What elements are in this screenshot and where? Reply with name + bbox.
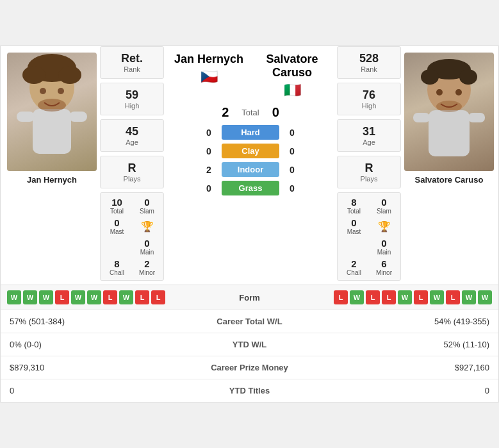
trophy-cell-right2	[340, 238, 368, 256]
right-mast-cell: 0 Mast	[340, 217, 368, 235]
right-minor-label: Minor	[376, 269, 392, 276]
left-chall-value: 8	[114, 258, 119, 269]
left-high-box: 59 High	[100, 83, 164, 115]
table-row: 0% (0-0) YTD W/L 52% (11-10)	[1, 333, 498, 356]
svg-point-19	[436, 101, 462, 112]
left-mast-value: 0	[114, 217, 119, 228]
right-clay-score: 0	[286, 146, 299, 156]
right-age-value: 31	[340, 125, 398, 138]
right-chall-cell: 2 Chall	[340, 258, 368, 276]
form-badge-right: W	[462, 290, 476, 304]
trophy-icon-right: 🏆	[378, 220, 391, 233]
left-player-photo	[7, 53, 97, 171]
form-badge-left: L	[55, 290, 69, 304]
right-total-value: 8	[351, 197, 356, 208]
right-main-cell: 0 Main	[370, 238, 398, 256]
left-minor-label: Minor	[139, 269, 155, 276]
right-indoor-score: 0	[286, 165, 299, 175]
form-badge-right: W	[398, 290, 412, 304]
svg-point-17	[436, 89, 443, 95]
left-rank-label: Rank	[103, 65, 161, 73]
right-mast-value: 0	[351, 217, 356, 228]
right-stats-grid: 8 Total 0 Slam 0 Mast 🏆 0 Main	[337, 192, 401, 281]
right-high-box: 76 High	[337, 83, 401, 115]
total-score-row: 2 Total 0	[222, 105, 279, 120]
form-badge-right: L	[382, 290, 396, 304]
total-label: Total	[241, 108, 259, 117]
form-badge-right: W	[430, 290, 444, 304]
svg-point-9	[38, 99, 66, 112]
trophy-icon-left: 🏆	[141, 220, 154, 233]
form-badge-left: L	[151, 290, 165, 304]
left-player-name: Jan Hernych	[27, 175, 77, 185]
stat-center: Career Total W/L	[165, 310, 334, 333]
form-badge-left: L	[135, 290, 149, 304]
center-col: Jan Hernych 🇨🇿 Salvatore Caruso 🇮🇹 2 Tot…	[167, 46, 334, 285]
left-total-label: Total	[110, 208, 124, 215]
form-badge-left: W	[119, 290, 133, 304]
indoor-badge: Indoor	[222, 162, 279, 177]
svg-point-13	[459, 69, 477, 85]
form-badge-left: W	[23, 290, 37, 304]
right-plays-box: R Plays	[337, 156, 401, 188]
left-high-value: 59	[103, 88, 161, 102]
surface-indoor: 2 Indoor 0	[167, 162, 334, 177]
left-age-box: 45 Age	[100, 119, 164, 152]
stat-center: YTD W/L	[165, 333, 334, 356]
left-minor-cell: 2 Minor	[133, 258, 161, 276]
right-name-block: Salvatore Caruso 🇮🇹	[250, 53, 334, 99]
top-section: Jan Hernych Ret. Rank 59 High 45 Age R P…	[1, 46, 498, 285]
left-age-value: 45	[103, 125, 161, 138]
left-minor-value: 2	[144, 258, 149, 269]
right-stats-col: 528 Rank 76 High 31 Age R Plays 8 Total	[334, 46, 404, 285]
stat-left: 0	[1, 379, 165, 402]
right-plays-value: R	[340, 162, 398, 175]
right-slam-value: 0	[381, 197, 386, 208]
right-hard-score: 0	[286, 128, 299, 138]
left-plays-box: R Plays	[100, 156, 164, 188]
right-slam-label: Slam	[377, 208, 391, 215]
table-row: 57% (501-384) Career Total W/L 54% (419-…	[1, 310, 498, 333]
left-chall-cell: 8 Chall	[103, 258, 131, 276]
svg-point-8	[58, 88, 64, 94]
right-player-photo	[404, 53, 494, 171]
form-badge-left: L	[103, 290, 117, 304]
svg-rect-4	[33, 109, 71, 154]
form-badge-left: W	[71, 290, 85, 304]
hard-badge: Hard	[222, 125, 279, 140]
left-age-label: Age	[103, 138, 161, 146]
svg-rect-6	[69, 112, 87, 122]
left-plays-value: R	[103, 162, 161, 175]
left-total-cell: 10 Total	[103, 197, 131, 215]
right-form-badges: LWLLWLWLWW	[291, 290, 493, 304]
stat-right: 52% (11-10)	[334, 333, 498, 356]
form-badge-right: L	[334, 290, 348, 304]
form-badge-right: L	[446, 290, 460, 304]
left-rank-value: Ret.	[103, 52, 161, 65]
right-total-cell: 8 Total	[340, 197, 368, 215]
left-silhouette	[7, 53, 97, 171]
form-badge-right: W	[350, 290, 364, 304]
left-mast-cell: 0 Mast	[103, 217, 131, 235]
left-slam-cell: 0 Slam	[133, 197, 161, 215]
trophy-cell-left: 🏆	[133, 217, 161, 235]
left-total-score: 2	[222, 105, 229, 120]
form-label: Form	[211, 293, 288, 303]
table-row: 0 YTD Titles 0	[1, 379, 498, 402]
right-rank-value: 528	[340, 52, 398, 65]
trophy-cell-left2	[103, 238, 131, 256]
svg-point-12	[421, 69, 439, 85]
right-plays-label: Plays	[340, 175, 398, 183]
right-high-label: High	[340, 102, 398, 110]
right-flag: 🇮🇹	[284, 82, 301, 99]
right-player-photo-col: Salvatore Caruso	[404, 46, 499, 285]
left-indoor-score: 2	[202, 165, 215, 175]
right-high-value: 76	[340, 88, 398, 102]
form-badge-left: W	[87, 290, 101, 304]
grass-badge: Grass	[222, 181, 279, 195]
left-slam-label: Slam	[140, 208, 154, 215]
left-player-photo-col: Jan Hernych	[1, 46, 97, 285]
right-main-value: 0	[381, 238, 386, 249]
stat-left: $879,310	[1, 356, 165, 379]
svg-point-7	[40, 88, 46, 94]
